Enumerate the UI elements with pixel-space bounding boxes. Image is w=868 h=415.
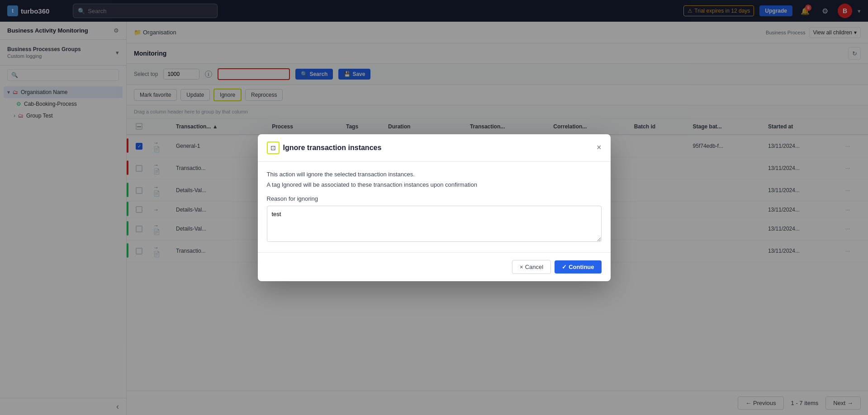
modal-title-icon: ⊡ (267, 141, 280, 154)
modal-header: ⊡ Ignore transaction instances × (258, 134, 611, 162)
reason-textarea[interactable]: test (267, 206, 602, 242)
ignore-modal: ⊡ Ignore transaction instances × This ac… (258, 134, 611, 281)
modal-footer: × Cancel ✓ Continue (258, 252, 611, 281)
continue-icon: ✓ (562, 264, 567, 270)
modal-title: Ignore transaction instances (283, 144, 382, 152)
cancel-button[interactable]: × Cancel (512, 260, 551, 274)
modal-title-wrapper: ⊡ Ignore transaction instances (267, 141, 382, 154)
modal-desc1: This action will ignore the selected tra… (267, 171, 602, 178)
modal-desc2: A tag Ignored will be associated to thes… (267, 181, 602, 188)
continue-button[interactable]: ✓ Continue (555, 260, 601, 274)
modal-close-button[interactable]: × (597, 143, 602, 152)
modal-body: This action will ignore the selected tra… (258, 162, 611, 252)
field-label: Reason for ignoring (267, 195, 602, 202)
cancel-icon: × (520, 264, 523, 270)
modal-overlay: ⊡ Ignore transaction instances × This ac… (0, 0, 868, 415)
